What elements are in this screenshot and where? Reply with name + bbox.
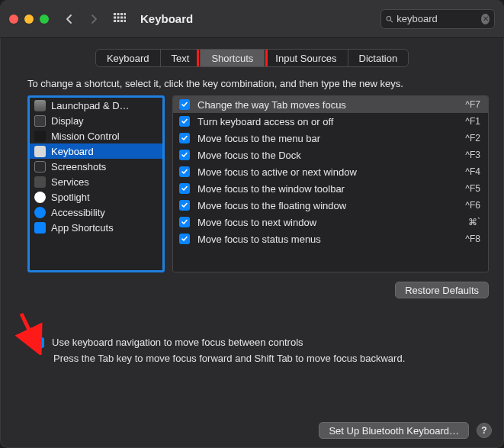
search-field[interactable]: ✕ (380, 9, 495, 29)
close-icon[interactable] (9, 15, 18, 24)
shortcut-row[interactable]: Move focus to active or next window^F4 (173, 163, 488, 180)
category-item[interactable]: Accessibility (30, 205, 162, 220)
shortcut-checkbox[interactable] (179, 133, 190, 143)
svg-rect-7 (124, 16, 127, 18)
category-item[interactable]: Launchpad & D… (30, 98, 162, 113)
category-item[interactable]: Keyboard (30, 143, 162, 159)
category-label: Accessibility (51, 207, 105, 218)
shortcut-key: ^F2 (465, 133, 480, 143)
svg-line-13 (390, 20, 392, 21)
category-label: Keyboard (51, 146, 94, 157)
shortcut-list[interactable]: Change the way Tab moves focus^F7Turn ke… (172, 95, 489, 272)
category-label: App Shortcuts (51, 222, 114, 234)
category-item[interactable]: Services (30, 174, 162, 189)
zoom-icon[interactable] (40, 15, 49, 24)
category-item[interactable]: App Shortcuts (30, 220, 162, 235)
shortcut-label: Change the way Tab moves focus (197, 99, 457, 111)
window-title: Keyboard (140, 12, 193, 25)
help-button[interactable]: ? (477, 423, 492, 438)
shortcut-row[interactable]: Turn keyboard access on or off^F1 (173, 113, 488, 130)
shortcut-key: ⌘` (468, 217, 480, 227)
shortcut-row[interactable]: Move focus to next window⌘` (173, 214, 488, 230)
shortcut-label: Move focus to the window toolbar (197, 183, 457, 195)
shortcut-row[interactable]: Move focus to status menus^F8 (173, 230, 488, 247)
svg-rect-0 (114, 13, 116, 15)
traffic-lights (9, 15, 49, 24)
restore-defaults-button[interactable]: Restore Defaults (395, 282, 489, 298)
setup-bluetooth-button[interactable]: Set Up Bluetooth Keyboard… (319, 422, 469, 439)
spotlight-icon (34, 192, 46, 203)
category-item[interactable]: Mission Control (30, 128, 162, 143)
svg-rect-6 (120, 16, 123, 18)
shortcut-key: ^F7 (465, 99, 480, 110)
shortcut-checkbox[interactable] (179, 200, 190, 211)
annotation-highlight (197, 49, 268, 67)
svg-rect-1 (117, 13, 120, 15)
app-shortcuts-icon (34, 222, 46, 234)
svg-rect-10 (120, 20, 123, 22)
accessibility-icon (34, 207, 46, 218)
search-icon (386, 15, 393, 24)
shortcut-checkbox[interactable] (179, 217, 190, 227)
shortcut-key: ^F3 (465, 150, 480, 160)
svg-rect-3 (124, 13, 127, 15)
keyboard-nav-checkbox[interactable] (34, 337, 44, 348)
clear-search-icon[interactable]: ✕ (481, 14, 490, 24)
services-icon (34, 176, 46, 188)
svg-point-12 (387, 16, 390, 20)
keyboard-nav-hint: Press the Tab key to move focus forward … (53, 353, 481, 364)
shortcut-row[interactable]: Change the way Tab moves focus^F7 (173, 96, 488, 113)
keyboard-nav-label: Use keyboard navigation to move focus be… (52, 337, 303, 348)
shortcut-label: Move focus to status menus (197, 234, 457, 245)
shortcut-label: Move focus to the floating window (197, 200, 457, 211)
category-label: Services (51, 176, 89, 188)
screenshots-icon (34, 161, 46, 172)
category-item[interactable]: Spotlight (30, 189, 162, 205)
keyboard-icon (34, 146, 46, 157)
shortcut-row[interactable]: Move focus to the window toolbar^F5 (173, 180, 488, 197)
category-label: Screenshots (51, 161, 106, 172)
shortcut-checkbox[interactable] (179, 183, 190, 194)
shortcut-label: Move focus to the Dock (197, 150, 457, 161)
shortcut-label: Move focus to the menu bar (197, 133, 457, 144)
category-item[interactable]: Display (30, 113, 162, 128)
minimize-icon[interactable] (24, 15, 34, 24)
category-item[interactable]: Screenshots (30, 159, 162, 174)
svg-rect-2 (120, 13, 123, 15)
shortcut-row[interactable]: Move focus to the menu bar^F2 (173, 130, 488, 147)
shortcut-checkbox[interactable] (179, 150, 190, 160)
category-label: Display (51, 115, 84, 127)
shortcut-key: ^F1 (465, 116, 480, 127)
category-label: Launchpad & D… (51, 100, 130, 111)
shortcut-key: ^F4 (465, 166, 480, 177)
svg-rect-9 (117, 20, 120, 22)
category-label: Mission Control (51, 131, 120, 142)
forward-button[interactable] (85, 9, 102, 29)
svg-rect-8 (114, 20, 116, 22)
tab-bar: KeyboardTextShortcutsInput SourcesDictat… (0, 49, 504, 67)
search-input[interactable] (396, 13, 477, 24)
shortcut-checkbox[interactable] (179, 99, 190, 110)
shortcut-checkbox[interactable] (179, 166, 190, 177)
preferences-window: Keyboard ✕ KeyboardTextShortcutsInput So… (0, 0, 504, 448)
svg-rect-4 (114, 16, 116, 18)
back-button[interactable] (61, 9, 78, 29)
shortcut-key: ^F8 (465, 234, 480, 244)
instruction-text: To change a shortcut, select it, click t… (27, 78, 483, 89)
display-icon (34, 115, 46, 127)
tab-input-sources[interactable]: Input Sources (265, 50, 348, 66)
shortcut-row[interactable]: Move focus to the floating window^F6 (173, 197, 488, 214)
show-all-icon[interactable] (110, 9, 130, 29)
mission-control-icon (34, 131, 46, 142)
tab-shortcuts[interactable]: Shortcuts (201, 50, 265, 66)
tab-keyboard[interactable]: Keyboard (96, 50, 161, 66)
shortcut-checkbox[interactable] (179, 116, 190, 127)
svg-rect-5 (117, 16, 120, 18)
launchpad-icon (34, 100, 46, 111)
shortcut-checkbox[interactable] (179, 234, 190, 244)
shortcut-row[interactable]: Move focus to the Dock^F3 (173, 147, 488, 163)
category-list[interactable]: Launchpad & D…DisplayMission ControlKeyb… (27, 95, 165, 272)
shortcut-label: Move focus to active or next window (197, 166, 457, 178)
tab-dictation[interactable]: Dictation (348, 50, 409, 66)
tab-text[interactable]: Text (161, 50, 201, 66)
